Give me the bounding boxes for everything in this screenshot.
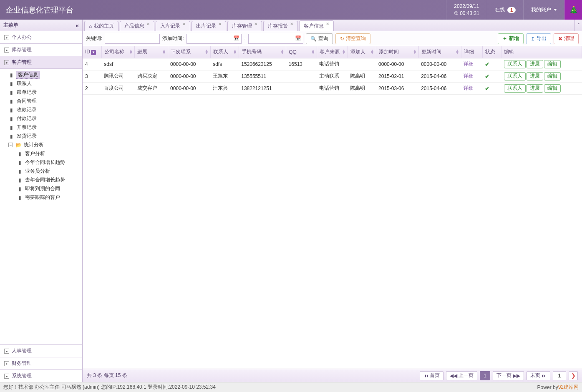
- pager-current-page[interactable]: 1: [480, 371, 490, 380]
- table-row: 3腾讯公司购买决定0000-00-00王旭东135555511主动联系陈高明20…: [83, 70, 582, 82]
- column-header[interactable]: 添加时间▲▼: [376, 46, 418, 58]
- table-cell: 陈高明: [348, 82, 376, 94]
- close-icon[interactable]: ✕: [254, 22, 257, 26]
- pager-prev-button[interactable]: ◀◀上一页: [446, 371, 477, 380]
- account-menu[interactable]: 我的账户: [523, 0, 564, 20]
- tree-node-联系人[interactable]: ▮联系人: [0, 79, 82, 88]
- pager-next-button[interactable]: 下一页▶▶: [493, 371, 524, 380]
- collapse-sidebar-icon[interactable]: «: [76, 22, 79, 29]
- status-check-icon[interactable]: ✔: [485, 73, 490, 80]
- table-cell: sdfs: [210, 58, 239, 70]
- sidebar-panel-finance[interactable]: ▸财务管理: [0, 357, 82, 369]
- column-header[interactable]: ID▼: [83, 46, 101, 58]
- detail-link[interactable]: 详细: [464, 73, 474, 79]
- tree-node-开票记录[interactable]: ▮开票记录: [0, 123, 82, 132]
- detail-link[interactable]: 详细: [464, 61, 474, 67]
- clean-button[interactable]: ✖清理: [554, 33, 579, 44]
- export-button[interactable]: ↥导出: [526, 33, 551, 44]
- sidebar-panel-hr[interactable]: ▸人事管理: [0, 344, 82, 357]
- column-header[interactable]: 进展▲▼: [135, 46, 168, 58]
- search-button[interactable]: 🔍查询: [306, 33, 333, 44]
- column-header[interactable]: 联系人▲▼: [210, 46, 239, 58]
- tab-库存管理[interactable]: 库存管理✕: [227, 21, 262, 31]
- tab-出库记录[interactable]: 出库记录✕: [191, 21, 226, 31]
- tree-node-付款记录[interactable]: ▮付款记录: [0, 114, 82, 123]
- close-icon[interactable]: ✕: [218, 22, 222, 26]
- sidebar-panel-system[interactable]: ▸系统管理: [0, 369, 82, 382]
- close-icon: ✖: [558, 36, 562, 42]
- tree-node-去年合同增长趋势[interactable]: ▮去年合同增长趋势: [0, 176, 82, 184]
- tree-node-客户分析[interactable]: ▮客户分析: [0, 149, 82, 158]
- pager-go-button[interactable]: ❯: [569, 371, 578, 380]
- pager-last-button[interactable]: 末页⏭: [527, 371, 550, 380]
- next-icon: ▶▶: [513, 373, 520, 379]
- tab-库存报警[interactable]: 库存报警✕: [263, 21, 298, 31]
- tab-产品信息[interactable]: 产品信息✕: [120, 21, 154, 31]
- row-progress-button[interactable]: 进展: [527, 84, 543, 93]
- row-contact-button[interactable]: 联系人: [504, 72, 526, 80]
- row-contact-button[interactable]: 联系人: [504, 84, 526, 93]
- tree-node-今年合同增长趋势[interactable]: ▮今年合同增长趋势: [0, 158, 82, 167]
- tree-node-业务员分析[interactable]: ▮业务员分析: [0, 167, 82, 176]
- add-button[interactable]: ＋新增: [498, 33, 524, 44]
- tab-客户信息[interactable]: 客户信息✕: [299, 20, 334, 31]
- caret-right-icon: ▸: [4, 48, 9, 53]
- column-header[interactable]: 客户来源▲▼: [317, 46, 348, 58]
- pager-goto-input[interactable]: [553, 371, 566, 380]
- tree-node-收款记录[interactable]: ▮收款记录: [0, 106, 82, 114]
- calendar-icon[interactable]: 📅: [233, 35, 239, 41]
- tree-node-label: 联系人: [16, 80, 33, 87]
- row-edit-button[interactable]: 编辑: [544, 72, 561, 80]
- tabs-overflow-button[interactable]: ˅: [574, 20, 582, 31]
- sidebar-panel-personal[interactable]: ▸个人办公: [0, 31, 82, 44]
- row-edit-button[interactable]: 编辑: [544, 84, 561, 93]
- status-check-icon[interactable]: ✔: [485, 61, 490, 68]
- tree-node-label: 需要跟踪的客户: [24, 194, 61, 201]
- collapse-icon[interactable]: −: [8, 143, 13, 147]
- status-check-icon[interactable]: ✔: [485, 85, 490, 92]
- edit-cell: 联系人进展编辑: [501, 82, 582, 94]
- row-contact-button[interactable]: 联系人: [504, 60, 526, 68]
- close-icon[interactable]: ✕: [290, 22, 293, 26]
- header-tree-button[interactable]: 🎄: [564, 0, 582, 20]
- column-header[interactable]: 状态: [482, 46, 501, 58]
- column-header[interactable]: 详细: [461, 46, 482, 58]
- close-icon[interactable]: ✕: [146, 22, 150, 26]
- column-header[interactable]: 添加人▲▼: [348, 46, 376, 58]
- tab-入库记录[interactable]: 入库记录✕: [156, 21, 190, 31]
- column-header[interactable]: QQ▲▼: [286, 46, 317, 58]
- pager-first-button[interactable]: ⏮首页: [420, 371, 443, 380]
- tree-node-客户信息[interactable]: ▮客户信息: [0, 70, 82, 79]
- header-online[interactable]: 在线 1: [487, 0, 523, 20]
- tree-node-发货记录[interactable]: ▮发货记录: [0, 132, 82, 141]
- close-icon[interactable]: ✕: [182, 22, 186, 26]
- keyword-input[interactable]: [105, 34, 160, 44]
- detail-link[interactable]: 详细: [464, 85, 474, 91]
- table-cell: 0000-00-00: [376, 58, 418, 70]
- column-header[interactable]: 编辑: [501, 46, 582, 58]
- column-header[interactable]: 更新时间▲▼: [418, 46, 461, 58]
- row-edit-button[interactable]: 编辑: [544, 60, 561, 68]
- row-progress-button[interactable]: 进展: [527, 60, 543, 68]
- calendar-icon[interactable]: 📅: [295, 35, 301, 41]
- tree-node-合同管理[interactable]: ▮合同管理: [0, 97, 82, 106]
- tree-node-需要跟踪的客户[interactable]: ▮需要跟踪的客户: [0, 193, 82, 202]
- sidebar-panel-customer[interactable]: ▸客户管理: [0, 56, 82, 69]
- tree-node-统计分析[interactable]: −📂统计分析: [0, 141, 82, 149]
- tree-node-label: 统计分析: [23, 141, 45, 148]
- column-header[interactable]: 公司名称▲▼: [101, 46, 134, 58]
- close-icon[interactable]: ✕: [326, 22, 329, 26]
- table-cell: 腾讯公司: [101, 70, 134, 82]
- tree-node-label: 即将到期的合同: [24, 185, 61, 192]
- column-header[interactable]: 手机号码▲▼: [239, 46, 286, 58]
- table-cell: 2015-03-06: [376, 82, 418, 94]
- row-progress-button[interactable]: 进展: [527, 72, 543, 80]
- tab-我的主页[interactable]: ⌂我的主页: [84, 21, 118, 31]
- column-header[interactable]: 下次联系▲▼: [168, 46, 210, 58]
- sort-icon: ▲▼: [342, 49, 346, 54]
- tree-node-跟单记录[interactable]: ▮跟单记录: [0, 88, 82, 97]
- power-by-link[interactable]: 92建站网: [558, 384, 579, 391]
- clear-search-button[interactable]: ↻清空查询: [335, 33, 370, 44]
- sidebar-panel-inventory[interactable]: ▸库存管理: [0, 44, 82, 56]
- tree-node-即将到期的合同[interactable]: ▮即将到期的合同: [0, 184, 82, 193]
